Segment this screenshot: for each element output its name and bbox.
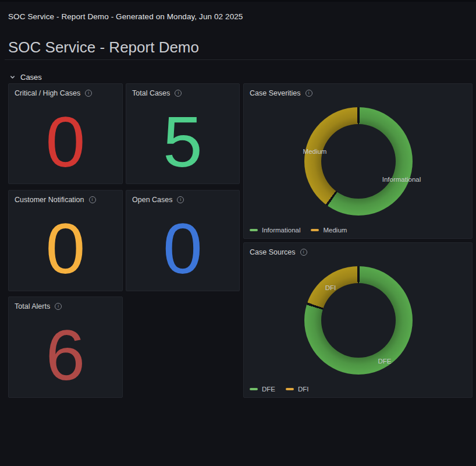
panel-header: Total Alerts [9, 297, 122, 313]
panel-title[interactable]: Case Sources [250, 248, 296, 256]
legend-label: DFI [298, 386, 309, 393]
stat-value: 6 [46, 320, 86, 391]
stat-panel-open-cases: Open Cases 0 [126, 190, 240, 291]
panel-title[interactable]: Open Cases [132, 196, 172, 204]
dashboard-page: SOC Service - Report Demo - Generated on… [0, 2, 476, 466]
info-icon[interactable] [177, 196, 184, 203]
legend-item-dfi[interactable]: DFI [286, 386, 309, 393]
stat-panel-critical-high-cases: Critical / High Cases 0 [8, 83, 123, 184]
legend-item-medium[interactable]: Medium [311, 227, 347, 234]
legend-swatch [286, 388, 294, 390]
pie-panel-case-severities: Case Severities Medium Informational Inf… [243, 83, 473, 239]
info-icon[interactable] [55, 303, 62, 310]
stat-value: 0 [46, 107, 86, 178]
panel-header: Critical / High Cases [9, 84, 122, 100]
stat-body: 6 [9, 313, 122, 397]
title-divider [5, 59, 476, 60]
stat-value: 5 [163, 107, 203, 178]
report-header-text: SOC Service - Report Demo - Generated on… [8, 12, 243, 21]
panel-header: Case Sources [244, 243, 472, 259]
stat-value: 0 [46, 213, 86, 284]
panel-header: Case Severities [244, 84, 472, 100]
legend-label: Informational [262, 227, 300, 234]
donut-chart-case-sources: DFI DFE [304, 266, 413, 375]
panel-header: Total Cases [126, 84, 239, 100]
panel-title[interactable]: Customer Notification [15, 196, 84, 204]
panel-title[interactable]: Total Alerts [15, 302, 50, 310]
info-icon[interactable] [300, 249, 307, 256]
pie-panel-case-sources: Case Sources DFI DFE DFE DFI [243, 242, 473, 398]
stat-body: 0 [126, 207, 239, 291]
legend-swatch [311, 229, 319, 231]
stat-body: 5 [126, 100, 239, 183]
legend-item-informational[interactable]: Informational [250, 227, 300, 234]
info-icon[interactable] [306, 90, 312, 97]
legend-swatch [250, 388, 258, 390]
legend-label: Medium [323, 227, 347, 234]
stat-panel-total-alerts: Total Alerts 6 [8, 296, 123, 398]
section-label: Cases [20, 73, 42, 82]
info-icon[interactable] [89, 196, 96, 203]
page-title: SOC Service - Report Demo [8, 38, 199, 57]
donut-hole [321, 283, 396, 358]
panel-title[interactable]: Critical / High Cases [15, 89, 80, 97]
stat-panel-customer-notification: Customer Notification 0 [8, 190, 123, 291]
legend-label: DFE [262, 386, 275, 393]
section-toggle-cases[interactable]: Cases [9, 72, 42, 82]
stat-body: 0 [9, 207, 122, 291]
info-icon[interactable] [85, 90, 92, 97]
chevron-down-icon [9, 74, 16, 80]
legend: Informational Medium [250, 227, 347, 234]
stat-body: 0 [9, 100, 122, 183]
legend: DFE DFI [250, 386, 309, 393]
panel-title[interactable]: Total Cases [132, 89, 170, 97]
stat-value: 0 [163, 213, 203, 284]
stat-panel-total-cases: Total Cases 5 [126, 83, 240, 184]
donut-hole [321, 124, 396, 199]
panel-title[interactable]: Case Severities [250, 89, 301, 97]
info-icon[interactable] [175, 90, 182, 97]
legend-swatch [250, 229, 258, 231]
panel-header: Customer Notification [9, 190, 122, 207]
panel-header: Open Cases [126, 190, 239, 207]
donut-chart-case-severities: Medium Informational [304, 107, 413, 216]
legend-item-dfe[interactable]: DFE [250, 386, 275, 393]
